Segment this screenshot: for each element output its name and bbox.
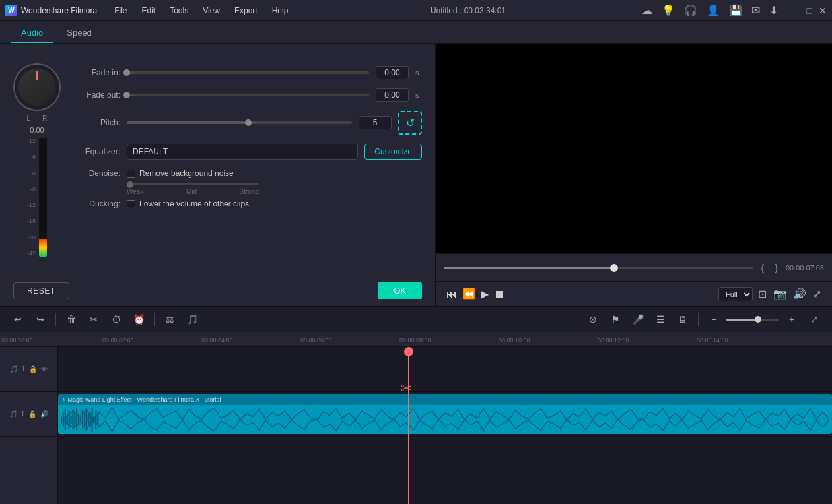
- equalizer-select[interactable]: DEFAULT: [127, 144, 358, 160]
- close-button[interactable]: ✕: [819, 5, 827, 16]
- svg-rect-8: [76, 408, 77, 431]
- snap-button[interactable]: ⊙: [583, 309, 603, 329]
- zoom-in-button[interactable]: +: [782, 309, 802, 329]
- window-controls: ─ □ ✕: [794, 5, 827, 16]
- zoom-slider[interactable]: [726, 319, 779, 321]
- menu-tools[interactable]: Tools: [163, 3, 195, 18]
- undo-button[interactable]: ↩: [8, 309, 28, 329]
- track-headers: 🎵 1 🔒 👁 🎵 1 🔒 🔊: [0, 347, 58, 504]
- denoise-strong: Strong: [240, 188, 259, 195]
- stop-button[interactable]: ⏹: [494, 288, 504, 300]
- svg-rect-12: [84, 413, 85, 426]
- trim-button[interactable]: ⏰: [129, 309, 149, 329]
- ok-button[interactable]: OK: [378, 282, 422, 299]
- audio-adjust-button[interactable]: 🎵: [182, 309, 202, 329]
- pip-icon[interactable]: ⊡: [758, 288, 767, 300]
- fade-out-slider[interactable]: [127, 94, 369, 96]
- svg-rect-2: [65, 409, 66, 431]
- fade-in-slider[interactable]: [127, 71, 369, 74]
- minimize-button[interactable]: ─: [794, 5, 800, 16]
- remove-bg-noise-text: Remove background noise: [139, 169, 234, 178]
- snapshot-icon[interactable]: 📷: [773, 288, 786, 300]
- menu-export[interactable]: Export: [228, 3, 264, 18]
- duration-button[interactable]: ⏱: [106, 309, 126, 329]
- progress-area: [444, 267, 753, 269]
- fit-button[interactable]: ⤢: [804, 309, 824, 329]
- maximize-button[interactable]: □: [807, 5, 812, 16]
- tab-speed[interactable]: Speed: [56, 24, 102, 43]
- pitch-reset-button[interactable]: ↺: [398, 111, 422, 135]
- account-icon[interactable]: 👤: [707, 4, 720, 16]
- save-icon[interactable]: 💾: [729, 4, 742, 16]
- play-button[interactable]: ▶: [481, 288, 489, 300]
- volume-knob[interactable]: [13, 63, 61, 111]
- bracket-open: {: [761, 263, 765, 273]
- voiceover-button[interactable]: 🎤: [628, 309, 648, 329]
- screen-record-button[interactable]: 🖥: [673, 309, 693, 329]
- track1-number: 1: [22, 365, 26, 373]
- track-header-1: 🎵 1 🔒 👁: [0, 347, 57, 392]
- menu-edit[interactable]: Edit: [135, 3, 162, 18]
- marker-button[interactable]: ⚑: [606, 309, 625, 329]
- track2-number: 1: [21, 410, 25, 418]
- menu-view[interactable]: View: [196, 3, 226, 18]
- mail-icon[interactable]: ✉: [751, 4, 760, 16]
- step-back-button[interactable]: ⏪: [462, 288, 475, 300]
- audio-clip[interactable]: ♪ Magic Wand Light Effect - Wondershare …: [58, 394, 832, 434]
- pitch-slider[interactable]: [127, 121, 352, 124]
- pitch-value[interactable]: 5: [359, 116, 392, 129]
- ducking-checkbox[interactable]: [127, 200, 135, 208]
- top-right-icons: ☁ 💡 🎧 👤 💾 ✉ ⬇ ─ □ ✕: [642, 4, 827, 16]
- svg-rect-7: [74, 412, 75, 427]
- menu-items: File Edit Tools View Export Help: [108, 3, 295, 18]
- track-content-area: ✂ ♪ Magic Wand Light Effect - Wondershar…: [58, 347, 832, 504]
- customize-button[interactable]: Customize: [364, 144, 422, 160]
- timecode: 00:00:07:03: [786, 264, 824, 272]
- progress-bar[interactable]: [444, 267, 753, 269]
- reset-button[interactable]: RESET: [13, 282, 69, 299]
- bulb-icon[interactable]: 💡: [662, 4, 675, 16]
- remove-bg-noise-checkbox[interactable]: [127, 170, 135, 178]
- track1-lock[interactable]: 🔒: [29, 365, 37, 373]
- denoise-row: Denoise: Remove background noise: [74, 169, 422, 178]
- track2-volume[interactable]: 🔊: [40, 410, 48, 418]
- denoise-slider[interactable]: [127, 183, 259, 185]
- track2-lock[interactable]: 🔒: [28, 410, 36, 418]
- ruler-time-7: 00:00:14:00: [697, 337, 728, 344]
- denoise-slider-area: Weak Mid Strong: [127, 183, 422, 195]
- toolbar-sep-3: [698, 313, 699, 326]
- fade-out-unit: s: [415, 91, 422, 99]
- redo-button[interactable]: ↪: [30, 309, 50, 329]
- tabs-bar: Audio Speed: [0, 21, 832, 44]
- audio-clip-title: Magic Wand Light Effect - Wondershare Fi…: [68, 396, 221, 403]
- playback-bar: { } 00:00:07:03: [436, 253, 832, 281]
- rewind-button[interactable]: ⏮: [446, 288, 457, 300]
- adjust-button[interactable]: ⚖: [160, 309, 180, 329]
- fullscreen-icon[interactable]: ⤢: [813, 288, 821, 300]
- fade-in-value[interactable]: 0.00: [376, 66, 409, 79]
- tab-audio[interactable]: Audio: [11, 24, 53, 43]
- volume-icon[interactable]: 🔊: [793, 288, 806, 300]
- remove-bg-noise-label[interactable]: Remove background noise: [127, 169, 234, 178]
- mix-button[interactable]: ☰: [650, 309, 670, 329]
- ducking-checkbox-label[interactable]: Lower the volume of other clips: [127, 199, 249, 208]
- vu-meter: 12 6 0 -6 -12 -18 -30 -42: [27, 138, 47, 257]
- zoom-slider-area: [726, 319, 779, 321]
- fade-out-value[interactable]: 0.00: [376, 88, 409, 102]
- fade-in-unit: s: [415, 69, 422, 77]
- cloud-icon[interactable]: ☁: [642, 4, 652, 16]
- delete-button[interactable]: 🗑: [61, 309, 81, 329]
- audio-clip-music-icon: ♪: [62, 396, 65, 403]
- download-icon[interactable]: ⬇: [769, 4, 778, 16]
- headphone-icon[interactable]: 🎧: [684, 4, 697, 16]
- track1-visibility[interactable]: 👁: [41, 365, 48, 373]
- svg-rect-14: [88, 414, 89, 424]
- zoom-out-button[interactable]: −: [704, 309, 724, 329]
- fade-out-row: Fade out: 0.00 s: [74, 88, 422, 102]
- menu-help[interactable]: Help: [265, 3, 295, 18]
- pitch-row: Pitch: 5 ↺: [74, 111, 422, 135]
- cut-button[interactable]: ✂: [84, 309, 104, 329]
- svg-rect-1: [63, 412, 64, 427]
- menu-file[interactable]: File: [108, 3, 133, 18]
- quality-select[interactable]: Full: [718, 287, 753, 301]
